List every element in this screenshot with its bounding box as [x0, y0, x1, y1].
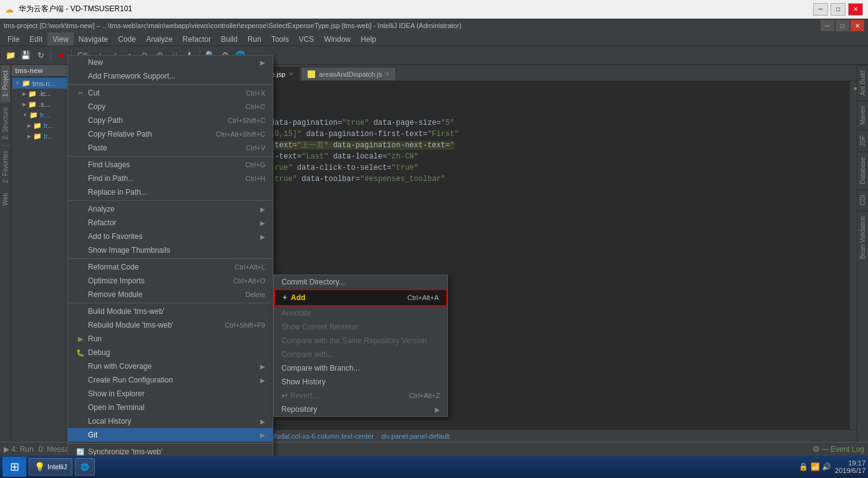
panel-header: tms-new	[11, 65, 76, 77]
app-title-bar: tms-project [D:\work\tms-new] – ...\tms-…	[0, 19, 868, 32]
right-tab-bean[interactable]: Bean Validation	[857, 210, 868, 264]
tab-label-3: areasAndDispatch.js	[319, 71, 382, 78]
ctx-refactor[interactable]: Refactor ▶	[68, 216, 273, 230]
menu-help[interactable]: Help	[356, 32, 381, 46]
right-tab-jsf[interactable]: JSF	[857, 130, 868, 152]
ctx-rebuild-module[interactable]: Rebuild Module 'tms-web' Ctrl+Shift+F9	[68, 318, 273, 332]
bottom-settings-btn[interactable]: ⚙	[812, 444, 820, 454]
restore-btn[interactable]: □	[831, 3, 846, 16]
window-chrome: ☁ 华为云客户端 - VD-TMSUSER101 ─ □ ✕ tms-proje…	[0, 0, 868, 478]
bottom-run-tab[interactable]: ▶ 4: Run	[4, 445, 34, 454]
tab-areasanddispatch-js[interactable]: areasAndDispatch.js ×	[301, 67, 396, 80]
tab-close-3[interactable]: ×	[386, 71, 389, 77]
idea-close-btn[interactable]: ✕	[851, 20, 864, 31]
ctx-run-coverage[interactable]: Run with Coverage ▶	[68, 359, 273, 373]
right-tab-cdi[interactable]: CDI	[857, 189, 868, 210]
ctx-add-framework[interactable]: Add Framework Support...	[68, 69, 273, 83]
date-display: 2019/6/17	[835, 467, 866, 474]
menu-view[interactable]: View	[47, 32, 74, 46]
side-tab-project[interactable]: 1: Project	[1, 65, 10, 102]
start-button[interactable]: ⊞	[2, 457, 26, 477]
ctx-find-usages[interactable]: Find Usages Ctrl+G	[68, 158, 273, 172]
menu-tools[interactable]: Tools	[266, 32, 294, 46]
idea-minimize-btn[interactable]: ─	[821, 20, 834, 31]
tree-item-root[interactable]: ▼ 📁 tms-n...	[12, 78, 75, 89]
title-bar-text: 华为云客户端 - VD-TMSUSER101	[19, 4, 132, 14]
side-tab-favorites[interactable]: 2: Favorites	[1, 145, 10, 188]
right-tab-ant[interactable]: Ant Build	[857, 65, 868, 100]
menu-vcs[interactable]: VCS	[294, 32, 319, 46]
ctx-copy[interactable]: Copy Ctrl+C	[68, 100, 273, 114]
git-show-history[interactable]: Show History	[274, 375, 447, 389]
event-log-tab[interactable]: Event Log	[831, 445, 864, 454]
ctx-analyze[interactable]: Analyze ▶	[68, 202, 273, 216]
close-btn[interactable]: ✕	[848, 3, 863, 16]
ctx-sep-6	[68, 443, 273, 444]
ctx-replace-path[interactable]: Replace in Path...	[68, 185, 273, 199]
ctx-show-explorer[interactable]: Show in Explorer	[68, 387, 273, 401]
right-tab-database[interactable]: Database	[857, 152, 868, 189]
ctx-find-path[interactable]: Find in Path... Ctrl+H	[68, 172, 273, 185]
menu-window[interactable]: Window	[319, 32, 356, 46]
tree-item-tr1[interactable]: ▼ 📁 tr...	[12, 110, 75, 120]
side-tab-web[interactable]: Web	[1, 188, 10, 210]
ctx-sep-2	[68, 156, 273, 157]
git-compare-with: Compare with...	[274, 348, 447, 361]
git-repository[interactable]: Repository ▶	[274, 402, 447, 416]
ctx-run[interactable]: ▶Run	[68, 332, 273, 346]
scrollbar-area[interactable]	[849, 81, 857, 429]
git-add-plus-icon: +	[283, 293, 287, 302]
git-add[interactable]: + Add Ctrl+Alt+A	[274, 289, 447, 306]
ctx-local-history[interactable]: Local History ▶	[68, 414, 273, 428]
menu-analyze[interactable]: Analyze	[141, 32, 178, 46]
ctx-add-favorites[interactable]: Add to Favorites ▶	[68, 230, 273, 243]
bc-div-panel[interactable]: div.panel.panel-default	[381, 432, 450, 440]
ctx-remove-module[interactable]: Remove Module Delete	[68, 288, 273, 301]
ctx-copy-path[interactable]: Copy Path Ctrl+Shift+C	[68, 114, 273, 127]
minimize-btn[interactable]: ─	[813, 3, 828, 16]
ctx-build-module[interactable]: Build Module 'tms-web'	[68, 305, 273, 318]
ctx-new[interactable]: New ▶	[68, 56, 273, 69]
ctx-optimize-imports[interactable]: Optimize Imports Ctrl+Alt+O	[68, 274, 273, 288]
ctx-open-terminal[interactable]: Open in Terminal	[68, 401, 273, 414]
right-tab-maven[interactable]: Maven	[857, 100, 868, 130]
git-revert: ↩Revert... Ctrl+Alt+Z	[274, 389, 447, 402]
tree-item-ic[interactable]: ▶ 📁 .ic...	[12, 89, 75, 99]
ctx-debug[interactable]: 🐛Debug	[68, 346, 273, 359]
tree-item-tr3[interactable]: ▶ 📁 tr...	[12, 131, 75, 142]
title-bar: ☁ 华为云客户端 - VD-TMSUSER101 ─ □ ✕	[0, 0, 868, 19]
stop-btn[interactable]: ■	[54, 49, 68, 62]
time-display: 19:17	[835, 459, 866, 467]
taskbar: ⊞ 💡 IntelliJ 🌐 🔒 📶 🔊 19:17 2019/6/17	[0, 456, 868, 478]
tree-item-tr2[interactable]: ▶ 📁 tr...	[12, 120, 75, 131]
tree-item-s[interactable]: ▶ 📁 .s...	[12, 99, 75, 110]
ctx-create-run-config[interactable]: Create Run Configuration ▶	[68, 373, 273, 387]
ctx-git[interactable]: Git ▶	[68, 428, 273, 442]
ctx-image-thumbnails[interactable]: Show Image Thumbnails	[68, 243, 273, 257]
ctx-cut[interactable]: ✂Cut Ctrl+X	[68, 86, 273, 100]
git-compare-branch[interactable]: Compare with Branch...	[274, 361, 447, 375]
ctx-copy-relative[interactable]: Copy Relative Path Ctrl+Alt+Shift+C	[68, 127, 273, 141]
menu-run[interactable]: Run	[243, 32, 266, 46]
ctx-sep-5	[68, 303, 273, 303]
menu-navigate[interactable]: Navigate	[74, 32, 113, 46]
bottom-minimize-btn[interactable]: ─	[822, 444, 828, 454]
taskbar-app-browser[interactable]: 🌐	[75, 458, 95, 476]
side-tab-structure[interactable]: 2: Structure	[1, 102, 10, 145]
taskbar-right: 🔒 📶 🔊 19:17 2019/6/17	[799, 459, 866, 474]
menu-build[interactable]: Build	[216, 32, 243, 46]
taskbar-app-intellij[interactable]: 💡 IntelliJ	[29, 458, 72, 476]
tab-close-2[interactable]: ×	[289, 71, 293, 77]
sync-btn[interactable]: ↻	[34, 49, 47, 62]
menu-file[interactable]: File	[2, 32, 24, 46]
menu-edit[interactable]: Edit	[24, 32, 47, 46]
ctx-reformat[interactable]: Reformat Code Ctrl+Alt+L	[68, 260, 273, 274]
save-btn[interactable]: 💾	[19, 49, 32, 62]
menu-refactor[interactable]: Refactor	[178, 32, 216, 46]
open-btn[interactable]: 📁	[4, 49, 17, 62]
git-commit-dir[interactable]: Commit Directory...	[274, 275, 447, 289]
menu-code[interactable]: Code	[113, 32, 141, 46]
ctx-sep-3	[68, 200, 273, 201]
ctx-paste[interactable]: Paste Ctrl+V	[68, 141, 273, 155]
idea-restore-btn[interactable]: □	[836, 20, 849, 31]
